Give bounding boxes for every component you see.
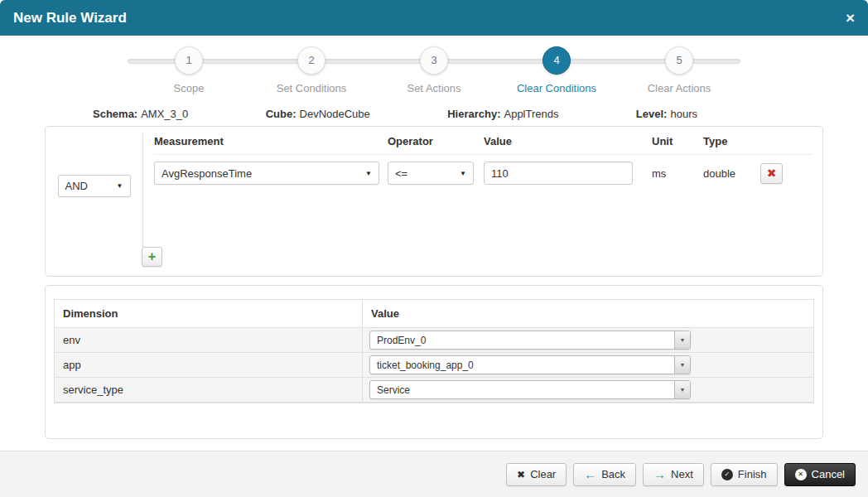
step-2-circle[interactable]: 2 bbox=[297, 46, 326, 75]
column-header-value: Value bbox=[363, 300, 813, 327]
context-level: Level:hours bbox=[636, 108, 697, 120]
service-type-value-select[interactable]: Service ▼ bbox=[369, 380, 691, 399]
table-row-service-type: service_type Service ▼ bbox=[55, 378, 813, 403]
new-rule-wizard-dialog: New Rule Wizard × 1 Scope 2 Set Conditio… bbox=[0, 0, 868, 497]
chevron-down-icon[interactable]: ▼ bbox=[674, 381, 690, 398]
step-3-label: Set Actions bbox=[373, 82, 495, 94]
chevron-down-icon[interactable]: ▼ bbox=[674, 331, 690, 349]
add-condition-button[interactable]: + bbox=[142, 247, 162, 267]
arrow-left-icon: ← bbox=[584, 468, 596, 480]
measurement-select[interactable]: AvgResponseTime ▼ bbox=[154, 162, 379, 185]
chevron-down-icon[interactable]: ▼ bbox=[674, 356, 690, 374]
dialog-header: New Rule Wizard × bbox=[0, 0, 868, 36]
chevron-down-icon: ▼ bbox=[117, 182, 123, 190]
arrow-right-icon: → bbox=[653, 468, 666, 480]
env-value-select[interactable]: ProdEnv_0 ▼ bbox=[369, 331, 691, 350]
finish-button-label: Finish bbox=[738, 468, 767, 480]
step-3-circle[interactable]: 3 bbox=[420, 46, 448, 75]
step-5-label: Clear Actions bbox=[618, 82, 740, 94]
finish-button[interactable]: ✓ Finish bbox=[711, 463, 778, 486]
stepper-steps: 1 Scope 2 Set Conditions 3 Set Actions 4… bbox=[128, 46, 740, 94]
dimension-name: service_type bbox=[55, 378, 363, 402]
step-1-circle[interactable]: 1 bbox=[175, 46, 203, 75]
next-button-label: Next bbox=[671, 468, 693, 480]
conditions-main: Measurement Operator Value Unit Type Avg… bbox=[142, 127, 822, 276]
clear-icon: ✖ bbox=[517, 470, 525, 480]
cancel-button-label: Cancel bbox=[812, 468, 845, 480]
step-scope: 1 Scope bbox=[128, 46, 250, 94]
cancel-icon: ✕ bbox=[795, 469, 807, 480]
type-value: double bbox=[703, 167, 759, 180]
vertical-divider bbox=[142, 133, 143, 249]
env-selected-value: ProdEnv_0 bbox=[370, 331, 674, 349]
next-button[interactable]: → Next bbox=[643, 463, 704, 486]
close-icon[interactable]: × bbox=[846, 10, 855, 26]
step-set-actions: 3 Set Actions bbox=[373, 46, 495, 94]
context-hierarchy: Hierarchy:ApplTrends bbox=[447, 108, 558, 120]
table-row-env: env ProdEnv_0 ▼ bbox=[55, 328, 813, 353]
back-button-label: Back bbox=[601, 468, 625, 480]
dialog-footer: ✖ Clear ← Back → Next ✓ Finish ✕ Cancel bbox=[0, 451, 868, 497]
column-header-dimension: Dimension bbox=[55, 300, 363, 327]
app-value-select[interactable]: ticket_booking_app_0 ▼ bbox=[369, 355, 691, 374]
dimension-name: env bbox=[55, 328, 363, 352]
column-header-type: Type bbox=[703, 135, 759, 147]
clear-conditions-panel: AND ▼ Measurement Operator Value Unit Ty… bbox=[45, 126, 823, 277]
value-input[interactable] bbox=[484, 162, 633, 185]
step-1-label: Scope bbox=[128, 82, 250, 94]
level-value: hours bbox=[670, 108, 697, 120]
step-5-circle[interactable]: 5 bbox=[665, 46, 693, 75]
step-4-circle[interactable]: 4 bbox=[542, 46, 571, 75]
dimensions-table: Dimension Value env ProdEnv_0 ▼ bbox=[54, 299, 814, 403]
dialog-body: 1 Scope 2 Set Conditions 3 Set Actions 4… bbox=[0, 36, 868, 451]
column-header-unit: Unit bbox=[652, 135, 703, 147]
wizard-stepper: 1 Scope 2 Set Conditions 3 Set Actions 4… bbox=[128, 46, 740, 94]
logic-operator-value: AND bbox=[65, 180, 88, 192]
logic-operator-select[interactable]: AND ▼ bbox=[58, 175, 131, 197]
back-button[interactable]: ← Back bbox=[573, 463, 636, 486]
step-set-conditions: 2 Set Conditions bbox=[250, 46, 373, 94]
unit-value: ms bbox=[652, 167, 703, 180]
chevron-down-icon: ▼ bbox=[460, 170, 466, 177]
clear-button[interactable]: ✖ Clear bbox=[506, 463, 567, 486]
context-info-row: Schema:AMX_3_0 Cube:DevNodeCube Hierarch… bbox=[93, 108, 697, 120]
conditions-header-row: Measurement Operator Value Unit Type bbox=[154, 135, 813, 155]
column-header-measurement: Measurement bbox=[154, 135, 388, 147]
finish-icon: ✓ bbox=[721, 469, 733, 480]
hierarchy-value: ApplTrends bbox=[504, 108, 558, 120]
cube-label: Cube: bbox=[266, 108, 297, 120]
column-header-value: Value bbox=[484, 135, 652, 147]
context-cube: Cube:DevNodeCube bbox=[266, 108, 370, 120]
condition-row: AvgResponseTime ▼ <= ▼ ms doubl bbox=[154, 155, 813, 185]
schema-value: AMX_3_0 bbox=[141, 108, 188, 120]
step-clear-actions: 5 Clear Actions bbox=[618, 46, 740, 94]
plus-icon: + bbox=[148, 250, 156, 263]
table-row-app: app ticket_booking_app_0 ▼ bbox=[55, 353, 813, 378]
column-header-operator: Operator bbox=[388, 135, 484, 147]
step-4-label: Clear Conditions bbox=[495, 82, 618, 94]
service-type-selected-value: Service bbox=[370, 381, 674, 398]
operator-value: <= bbox=[395, 167, 407, 180]
dialog-title: New Rule Wizard bbox=[13, 10, 846, 27]
measurement-value: AvgResponseTime bbox=[162, 167, 252, 180]
cancel-button[interactable]: ✕ Cancel bbox=[784, 463, 856, 486]
step-clear-conditions: 4 Clear Conditions bbox=[495, 46, 618, 94]
step-2-label: Set Conditions bbox=[250, 82, 373, 94]
logic-operator-column: AND ▼ bbox=[46, 127, 142, 276]
dimensions-header-row: Dimension Value bbox=[55, 300, 813, 328]
level-label: Level: bbox=[636, 108, 668, 120]
operator-select[interactable]: <= ▼ bbox=[388, 162, 474, 185]
app-selected-value: ticket_booking_app_0 bbox=[370, 356, 674, 374]
clear-button-label: Clear bbox=[530, 468, 556, 480]
delete-condition-button[interactable]: ✖ bbox=[760, 163, 783, 184]
dimensions-panel: Dimension Value env ProdEnv_0 ▼ bbox=[45, 285, 823, 439]
schema-label: Schema: bbox=[93, 108, 137, 120]
hierarchy-label: Hierarchy: bbox=[447, 108, 500, 120]
delete-icon: ✖ bbox=[767, 167, 777, 179]
cube-value: DevNodeCube bbox=[300, 108, 370, 120]
chevron-down-icon: ▼ bbox=[365, 170, 372, 177]
context-schema: Schema:AMX_3_0 bbox=[93, 108, 188, 120]
dimension-name: app bbox=[55, 353, 363, 377]
